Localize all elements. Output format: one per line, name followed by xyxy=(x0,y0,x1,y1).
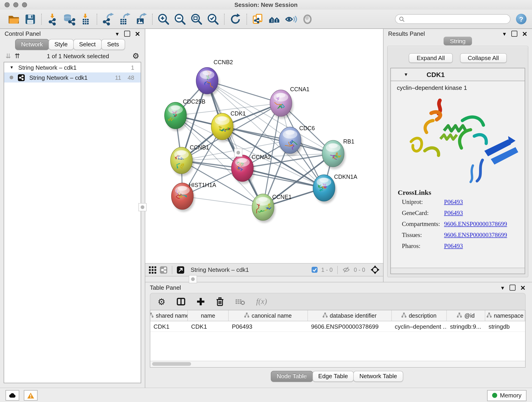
import-network-button[interactable] xyxy=(45,12,60,26)
column-header-label: namespace xyxy=(494,313,523,319)
import-database-button[interactable] xyxy=(62,12,76,26)
table-cell[interactable]: P06493 xyxy=(229,321,308,332)
search-field[interactable] xyxy=(395,14,510,24)
crosslink-link[interactable]: P06493 xyxy=(444,198,463,206)
memory-button[interactable]: Memory xyxy=(487,390,526,401)
zoom-selected-button[interactable] xyxy=(206,12,220,26)
grid-view-icon[interactable] xyxy=(149,266,156,274)
expand-all-button[interactable]: Expand All xyxy=(409,53,453,63)
window-title: Session: New Session xyxy=(0,1,532,8)
expand-all-icon[interactable]: ⇈ xyxy=(14,52,20,60)
search-input[interactable] xyxy=(405,15,506,23)
column-header-shared-name[interactable]: shared name xyxy=(150,310,188,321)
open-session-button[interactable] xyxy=(6,12,21,26)
tab-edge-table[interactable]: Edge Table xyxy=(312,371,354,382)
results-hscrollbar[interactable] xyxy=(391,268,525,274)
column-header-namespace[interactable]: namespace xyxy=(485,310,525,321)
birds-eye-view-icon[interactable] xyxy=(177,266,184,274)
gear-icon[interactable]: ⚙ xyxy=(133,51,139,61)
float-panel-icon[interactable] xyxy=(124,31,130,36)
close-panel-icon[interactable]: ✕ xyxy=(520,284,526,291)
column-header-name[interactable]: name xyxy=(188,310,229,321)
table-cell[interactable]: CDK1 xyxy=(188,321,229,332)
hide-graphics-details-button[interactable] xyxy=(300,12,315,26)
export-table-button[interactable] xyxy=(117,12,132,26)
memory-status-dot xyxy=(492,393,497,398)
zoom-in-button[interactable] xyxy=(156,12,171,26)
network-node-CCNA1[interactable] xyxy=(270,90,293,119)
close-panel-icon[interactable]: ✕ xyxy=(522,30,527,37)
save-session-button[interactable] xyxy=(23,12,38,26)
tab-select[interactable]: Select xyxy=(73,39,101,50)
column-header-database-identifier[interactable]: database identifier xyxy=(308,310,392,321)
collapse-section-icon[interactable]: ▼ xyxy=(404,72,408,77)
column-header-canonical-name[interactable]: canonical name xyxy=(229,310,308,321)
tab-sets[interactable]: Sets xyxy=(101,39,125,50)
clone-network-button[interactable] xyxy=(251,12,265,26)
network-node-CCNE1[interactable] xyxy=(252,194,275,223)
refresh-network-button[interactable] xyxy=(228,12,243,26)
collapse-all-button[interactable]: Collapse All xyxy=(460,53,507,63)
float-panel-icon[interactable] xyxy=(510,284,516,290)
table-cell[interactable]: CDK1 xyxy=(150,321,188,332)
network-node-CCNB2[interactable] xyxy=(196,67,220,96)
table-cell[interactable]: stringdb xyxy=(485,321,525,332)
collapse-all-icon[interactable]: ⇊ xyxy=(6,52,11,60)
right-splitter-handle[interactable] xyxy=(234,148,242,157)
export-network-button[interactable] xyxy=(101,12,115,26)
collection-expand-icon[interactable]: ▼ xyxy=(10,65,14,70)
column-header--id[interactable]: @id xyxy=(447,310,485,321)
float-panel-icon[interactable] xyxy=(512,31,518,36)
show-columns-icon[interactable] xyxy=(177,298,186,306)
table-cell[interactable]: cyclin–dependent ... xyxy=(392,321,447,332)
network-node-CDK1[interactable] xyxy=(211,113,234,142)
table-cell[interactable]: stringdb:9... xyxy=(447,321,485,332)
network-canvas[interactable]: CCNB2CCNA1CDC25BCDK1CDC6RB1CCNB1CCNA2CDK… xyxy=(145,29,383,264)
selected-checkbox-icon[interactable] xyxy=(312,267,317,273)
panel-menu-icon[interactable]: ▼ xyxy=(500,285,505,290)
network-list-icon[interactable] xyxy=(160,266,167,274)
gene-description: cyclin–dependent kinase 1 xyxy=(391,84,525,91)
network-collection-row[interactable]: ▼ String Network – cdk1 1 xyxy=(4,62,141,72)
tab-network[interactable]: Network xyxy=(15,39,49,50)
network-row[interactable]: String Network – cdk1 11 48 xyxy=(4,72,141,83)
help-button[interactable]: ? xyxy=(516,14,526,24)
pan-crosshair-icon[interactable] xyxy=(371,265,380,274)
table-row[interactable]: CDK1CDK1P064939606.ENSP00000378699cyclin… xyxy=(150,321,525,332)
table-cell[interactable]: 9606.ENSP00000378699 xyxy=(308,321,392,332)
warning-button[interactable] xyxy=(24,390,38,401)
network-node-CDC6[interactable] xyxy=(279,127,302,156)
network-overview-button[interactable] xyxy=(267,12,282,26)
crosslink-link[interactable]: P06493 xyxy=(444,210,463,217)
create-column-icon[interactable] xyxy=(196,298,205,306)
zoom-out-button[interactable] xyxy=(173,12,187,26)
panel-menu-icon[interactable]: ▼ xyxy=(115,31,120,36)
zoom-fit-button[interactable] xyxy=(189,12,204,26)
crosslink-link[interactable]: 9606.ENSP00000378699 xyxy=(444,220,507,228)
network-node-CCNB1[interactable] xyxy=(171,147,194,176)
bottom-splitter-handle[interactable] xyxy=(189,275,197,283)
crosslink-link[interactable]: P06493 xyxy=(444,242,463,250)
column-header-description[interactable]: description xyxy=(392,310,447,321)
network-node-CCNA2[interactable] xyxy=(231,155,255,184)
tab-style[interactable]: Style xyxy=(48,39,74,50)
close-panel-icon[interactable]: ✕ xyxy=(135,30,140,37)
gene-section-header[interactable]: ▼ CDK1 xyxy=(391,68,525,81)
network-node-RB1[interactable] xyxy=(322,140,346,169)
delete-column-icon[interactable] xyxy=(216,297,224,306)
tab-node-table[interactable]: Node Table xyxy=(271,371,313,382)
export-image-button[interactable] xyxy=(134,12,148,26)
panel-menu-icon[interactable]: ▼ xyxy=(502,31,507,36)
table-hscroll-thumb[interactable] xyxy=(152,362,191,366)
tab-network-table[interactable]: Network Table xyxy=(354,371,403,382)
show-graphics-details-button[interactable] xyxy=(284,12,298,26)
crosslink-link[interactable]: 9606.ENSP00000378699 xyxy=(444,231,507,239)
cloud-button[interactable] xyxy=(6,390,19,401)
tab-string[interactable]: String xyxy=(443,37,472,45)
table-hscrollbar[interactable] xyxy=(150,361,525,367)
network-node-CDKN1A[interactable] xyxy=(313,175,336,204)
import-table-button[interactable] xyxy=(78,12,93,26)
hidden-eye-icon[interactable] xyxy=(342,266,350,273)
table-options-gear-icon[interactable]: ⚙ xyxy=(158,296,165,307)
left-splitter-handle[interactable] xyxy=(138,203,147,211)
